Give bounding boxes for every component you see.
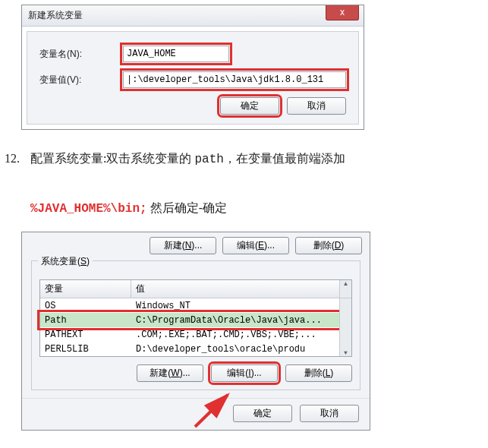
- system-variables-group: 系统变量(S) 变量 值 ▲ OS Windows_NT Path: [31, 260, 360, 390]
- step-body: 配置系统变量:双击系统变量的 path，在变量值最前端添加 %JAVA_HOME…: [30, 147, 480, 221]
- variable-value-input[interactable]: [123, 71, 346, 88]
- user-var-buttons-row: 新建(N)... 编辑(E)... 删除(D): [22, 232, 370, 254]
- variable-value-row: 变量值(V):: [39, 71, 346, 88]
- close-icon[interactable]: x: [326, 5, 359, 21]
- row-name: PERL5LIB: [40, 342, 131, 356]
- dialog2-ok-button[interactable]: 确定: [233, 405, 292, 422]
- user-new-label: 新建(N)...: [164, 239, 203, 252]
- variable-value-highlight: [123, 71, 346, 88]
- new-system-variable-dialog: 新建系统变量 x 变量名(N): 变量值(V): 确定 取消: [21, 5, 364, 130]
- step-text-post: ，在变量值最前端添加: [224, 152, 345, 165]
- system-var-buttons-row: 新建(W)... 编辑(I)... 删除(L): [39, 364, 352, 382]
- variable-name-row: 变量名(N):: [39, 46, 346, 62]
- step-12: 12. 配置系统变量:双击系统变量的 path，在变量值最前端添加 %JAVA_…: [5, 147, 480, 221]
- table-body: OS Windows_NT Path C:\ProgramData\Oracle…: [40, 298, 351, 356]
- system-variables-panel: 新建(N)... 编辑(E)... 删除(D) 系统变量(S) 变量 值 ▲ O…: [21, 232, 370, 431]
- dialog-title: 新建系统变量: [28, 9, 83, 22]
- variable-value-label: 变量值(V):: [39, 74, 123, 87]
- table-row[interactable]: OS Windows_NT: [40, 298, 339, 313]
- cancel-button[interactable]: 取消: [287, 97, 346, 115]
- table-header: 变量 值 ▲: [40, 280, 351, 298]
- sys-edit-button[interactable]: 编辑(I)...: [211, 364, 278, 382]
- ok-button[interactable]: 确定: [220, 97, 279, 115]
- user-edit-label: 编辑(E)...: [237, 239, 275, 252]
- user-new-button[interactable]: 新建(N)...: [150, 237, 216, 254]
- scrollbar[interactable]: ▲: [339, 280, 351, 298]
- row-value: C:\ProgramData\Oracle\Java\java...: [131, 313, 339, 327]
- step-red-code: %JAVA_HOME%\bin;: [30, 202, 147, 216]
- row-name: OS: [40, 298, 131, 313]
- dialog-body: 变量名(N): 变量值(V): 确定 取消: [27, 31, 359, 125]
- row-name: PATHEXT: [40, 327, 131, 342]
- step-number: 12.: [5, 147, 24, 221]
- dialog-titlebar: 新建系统变量 x: [22, 5, 364, 27]
- variable-name-label: 变量名(N):: [39, 48, 123, 61]
- table-row-path[interactable]: Path C:\ProgramData\Oracle\Java\java...: [40, 313, 339, 327]
- system-variables-group-title: 系统变量(S): [38, 255, 93, 268]
- scrollbar-body[interactable]: ▼: [339, 298, 351, 356]
- dialog2-cancel-button[interactable]: 取消: [300, 405, 359, 422]
- user-edit-button[interactable]: 编辑(E)...: [222, 237, 289, 254]
- step-text-pre: 配置系统变量:双击系统变量的: [30, 152, 194, 165]
- sys-delete-label: 删除(L): [304, 367, 334, 380]
- variable-name-input[interactable]: [123, 46, 229, 62]
- sys-delete-button[interactable]: 删除(L): [285, 364, 352, 382]
- variable-name-highlight: [123, 46, 229, 62]
- scroll-down-icon: ▼: [340, 349, 351, 356]
- dialog2-bottom-buttons: 确定 取消: [22, 398, 370, 430]
- sys-edit-label: 编辑(I)...: [227, 367, 261, 380]
- system-variables-table: 变量 值 ▲ OS Windows_NT Path C:\ProgramData…: [39, 279, 352, 357]
- scroll-up-icon: ▲: [340, 280, 351, 287]
- row-value: D:\developer_tools\oracle\produ: [131, 342, 339, 356]
- user-delete-label: 删除(D): [313, 239, 345, 252]
- row-value: .COM;.EXE;.BAT;.CMD;.VBS;.VBE;...: [131, 327, 339, 342]
- table-row[interactable]: PERL5LIB D:\developer_tools\oracle\produ: [40, 342, 339, 356]
- col-variable: 变量: [40, 280, 131, 298]
- step-text-2: 然后确定-确定: [147, 201, 227, 214]
- dialog1-buttons: 确定 取消: [39, 97, 346, 115]
- sys-new-button[interactable]: 新建(W)...: [137, 364, 203, 382]
- sys-new-label: 新建(W)...: [150, 367, 190, 380]
- table-row[interactable]: PATHEXT .COM;.EXE;.BAT;.CMD;.VBS;.VBE;..…: [40, 327, 339, 342]
- user-delete-button[interactable]: 删除(D): [295, 237, 362, 254]
- col-value: 值: [131, 280, 339, 298]
- row-value: Windows_NT: [131, 298, 339, 313]
- row-name: Path: [40, 313, 131, 327]
- step-path-word: path: [194, 153, 223, 166]
